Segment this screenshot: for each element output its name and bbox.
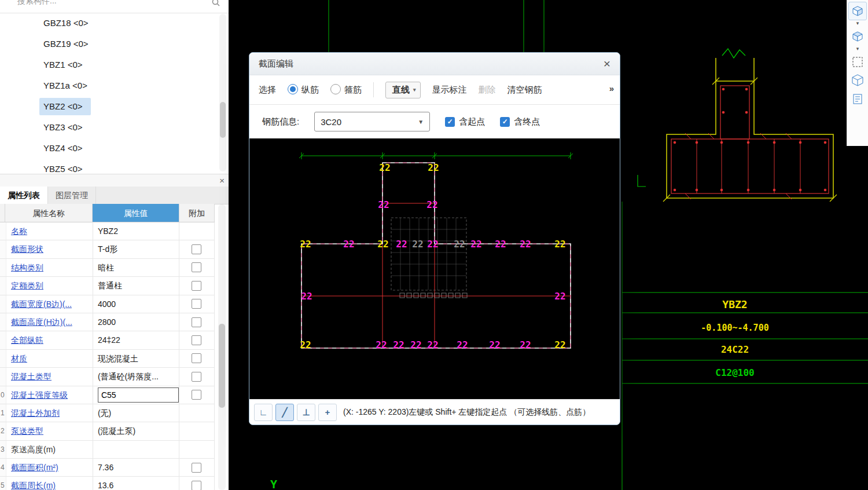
property-value[interactable]: 现浇混凝土	[93, 350, 179, 367]
tree-item[interactable]: YBZ2 <0>	[0, 96, 229, 117]
property-row[interactable]: 截面高度(H边)(...2800	[0, 313, 215, 331]
property-row[interactable]: 全部纵筋24‡22	[0, 331, 215, 349]
extra-checkbox[interactable]	[192, 463, 201, 473]
view-cube-button[interactable]	[848, 2, 867, 20]
extra-checkbox[interactable]	[192, 244, 201, 254]
property-row[interactable]: 截面形状T-d形	[0, 240, 215, 258]
property-value[interactable]	[93, 441, 179, 458]
view-cube-dropdown-icon[interactable]: ▾	[856, 20, 859, 27]
property-value[interactable]: 暗柱	[93, 259, 179, 276]
section-outline[interactable]	[301, 163, 571, 348]
radio-off-icon	[330, 84, 341, 94]
radio-stirrup[interactable]: 箍筋	[330, 84, 362, 96]
extra-checkbox[interactable]	[192, 335, 201, 345]
point-input-icon[interactable]: +	[318, 404, 337, 421]
tree-item-label: YBZ1a <0>	[39, 77, 95, 94]
select-tool-button[interactable]: 选择	[259, 85, 276, 96]
property-value[interactable]: 7.36	[93, 459, 179, 476]
tree-item[interactable]: GBZ19 <0>	[0, 34, 229, 54]
property-value[interactable]: YBZ2	[93, 222, 179, 240]
select-region-button[interactable]	[848, 53, 867, 71]
include-end-checkbox[interactable]: ✓ 含终点	[500, 116, 540, 127]
rebar-info-combobox[interactable]: 3C20 ▼	[314, 112, 430, 131]
tree-scrollbar[interactable]	[219, 14, 226, 171]
property-value[interactable]: 2800	[93, 313, 179, 331]
line-tool-label: 直线	[392, 85, 410, 96]
panel-close-button[interactable]: ×	[219, 175, 225, 187]
component-search[interactable]: 搜索构件...	[0, 0, 229, 13]
shaded-view-dropdown-icon[interactable]: ▾	[856, 46, 859, 53]
property-row[interactable]: 结构类别暗柱	[0, 259, 215, 277]
rebar-count-label: 22	[301, 291, 312, 302]
ortho-snap-icon[interactable]: ∟	[254, 404, 273, 421]
extra-checkbox[interactable]	[192, 317, 201, 327]
property-value[interactable]: (普通砼(坍落度...	[93, 368, 179, 385]
dialog-statusbar: ∟ ╱ ⊥ + (X: -1265 Y: 2203)左键或 Shift+ 左键指…	[249, 399, 620, 425]
extra-checkbox[interactable]	[192, 481, 201, 490]
report-check-button[interactable]	[848, 90, 867, 108]
tree-item[interactable]: YBZ1 <0>	[0, 54, 229, 75]
tree-scrollbar-thumb[interactable]	[220, 102, 226, 138]
clear-rebar-button[interactable]: 清空钢筋	[507, 85, 542, 96]
extra-cell	[179, 477, 215, 490]
extra-checkbox[interactable]	[192, 372, 201, 382]
section-edit-canvas[interactable]: 2222222222222222222222222222222222222222…	[249, 138, 620, 399]
dialog-close-icon[interactable]: ×	[604, 58, 610, 70]
property-value-input[interactable]	[98, 387, 179, 403]
property-value[interactable]: (混凝土泵)	[93, 422, 179, 440]
property-value[interactable]: T-d形	[93, 240, 179, 258]
property-row[interactable]: 4截面面积(m²)7.36	[0, 459, 215, 477]
property-row[interactable]: 0混凝土强度等级	[0, 386, 215, 404]
extra-checkbox[interactable]	[192, 353, 201, 363]
property-name: 截面周长(m)	[6, 477, 93, 490]
property-value[interactable]: (无)	[93, 404, 179, 422]
tree-item[interactable]: GBZ18 <0>	[0, 13, 229, 34]
radio-longitudinal[interactable]: 纵筋	[288, 84, 319, 96]
table-scrollbar-thumb[interactable]	[219, 324, 225, 408]
include-start-checkbox[interactable]: ✓ 含起点	[445, 116, 485, 127]
tree-item[interactable]: YBZ1a <0>	[0, 75, 229, 96]
property-row[interactable]: 3泵送高度(m)	[0, 441, 215, 459]
chevron-down-icon[interactable]: ▾	[413, 87, 416, 93]
table-scrollbar[interactable]	[218, 204, 226, 490]
line-tool-button[interactable]: 直线 ▾	[385, 82, 421, 98]
rebar-count-label: 22	[427, 339, 438, 350]
property-table-header: 属性名称 属性值 附加	[0, 204, 215, 222]
property-row[interactable]: 名称YBZ2	[0, 222, 215, 240]
property-row[interactable]: 2泵送类型(混凝土泵)	[0, 422, 215, 440]
line-draw-icon[interactable]: ╱	[275, 404, 294, 421]
property-row[interactable]: 截面宽度(B边)(...4000	[0, 295, 215, 313]
property-row[interactable]: 混凝土类型(普通砼(坍落度...	[0, 368, 215, 386]
tab-property-list[interactable]: 属性列表	[0, 187, 48, 204]
extra-checkbox[interactable]	[192, 281, 201, 291]
shaded-view-button[interactable]	[848, 27, 867, 46]
property-value[interactable]: 4000	[93, 295, 179, 313]
tab-layer-management[interactable]: 图层管理	[48, 187, 96, 204]
tree-item[interactable]: YBZ3 <0>	[0, 117, 229, 138]
toolbar-overflow-button[interactable]: »	[609, 83, 614, 93]
property-row[interactable]: 材质现浇混凝土	[0, 350, 215, 368]
delete-button[interactable]: 删除	[479, 85, 496, 96]
extra-checkbox[interactable]	[192, 299, 201, 309]
tree-item[interactable]: YBZ4 <0>	[0, 138, 229, 159]
tree-item[interactable]: YBZ5 <0>	[0, 159, 229, 174]
row-number: 4	[0, 459, 6, 476]
property-row[interactable]: 定额类别普通柱	[0, 277, 215, 295]
property-value[interactable]: 24‡22	[93, 331, 179, 349]
extra-checkbox[interactable]	[192, 390, 201, 400]
column-section-drawing	[638, 49, 837, 202]
isometric-view-button[interactable]	[848, 71, 867, 90]
extra-checkbox[interactable]	[192, 262, 201, 272]
combobox-caret-icon[interactable]: ▼	[418, 119, 424, 125]
perpendicular-snap-icon[interactable]: ⊥	[297, 404, 315, 421]
property-row[interactable]: 5截面周长(m)13.6	[0, 477, 215, 490]
report-list-icon	[851, 93, 864, 105]
property-value[interactable]: 普通柱	[93, 277, 179, 294]
dialog-title: 截面编辑	[259, 58, 293, 70]
dialog-titlebar[interactable]: 截面编辑 ×	[249, 53, 620, 75]
search-icon[interactable]	[211, 0, 220, 7]
property-value[interactable]: 13.6	[93, 477, 179, 490]
include-end-label: 含终点	[514, 116, 540, 127]
property-row[interactable]: 1混凝土外加剂(无)	[0, 404, 215, 422]
show-annotation-button[interactable]: 显示标注	[432, 85, 467, 96]
